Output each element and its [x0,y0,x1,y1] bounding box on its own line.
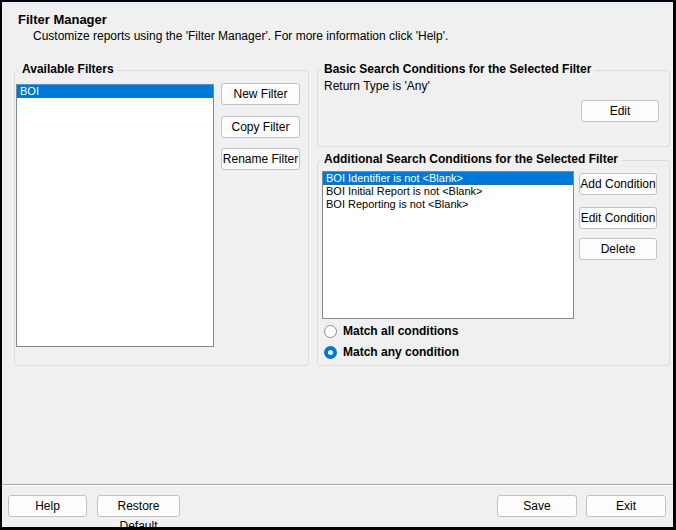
footer-divider [2,484,673,486]
restore-default-button[interactable]: Restore Default [97,495,180,517]
new-filter-button[interactable]: New Filter [221,83,300,105]
delete-condition-button[interactable]: Delete [579,238,657,260]
additional-conditions-group-label: Additional Search Conditions for the Sel… [321,153,621,166]
help-button[interactable]: Help [8,495,87,517]
condition-list-item[interactable]: BOI Identifier is not <Blank> [323,172,573,185]
exit-button[interactable]: Exit [586,495,666,517]
page-subtitle: Customize reports using the 'Filter Mana… [33,29,448,43]
basic-conditions-group-label: Basic Search Conditions for the Selected… [321,63,594,76]
basic-conditions-summary: Return Type is 'Any' [324,79,430,93]
match-all-conditions-label: Match all conditions [343,324,458,338]
page-title: Filter Manager [18,12,107,27]
edit-basic-conditions-button[interactable]: Edit [581,100,659,122]
window-top-strip [2,2,673,7]
condition-list-item[interactable]: BOI Reporting is not <Blank> [323,198,573,211]
radio-unchecked-icon[interactable] [324,325,337,338]
rename-filter-button[interactable]: Rename Filter [221,148,300,170]
condition-list-item[interactable]: BOI Initial Report is not <Blank> [323,185,573,198]
filter-manager-dialog: Filter Manager Customize reports using t… [0,0,676,530]
copy-filter-button[interactable]: Copy Filter [221,116,300,138]
match-any-condition-radio[interactable]: Match any condition [324,345,459,359]
match-any-condition-label: Match any condition [343,345,459,359]
filter-list-item[interactable]: BOI [17,85,213,98]
add-condition-button[interactable]: Add Condition [579,173,657,195]
radio-checked-icon[interactable] [324,346,337,359]
additional-conditions-list[interactable]: BOI Identifier is not <Blank> BOI Initia… [322,171,574,319]
available-filters-group-label: Available Filters [19,63,117,76]
available-filters-list[interactable]: BOI [16,84,214,347]
save-button[interactable]: Save [497,495,577,517]
match-all-conditions-radio[interactable]: Match all conditions [324,324,458,338]
edit-condition-button[interactable]: Edit Condition [579,207,657,229]
